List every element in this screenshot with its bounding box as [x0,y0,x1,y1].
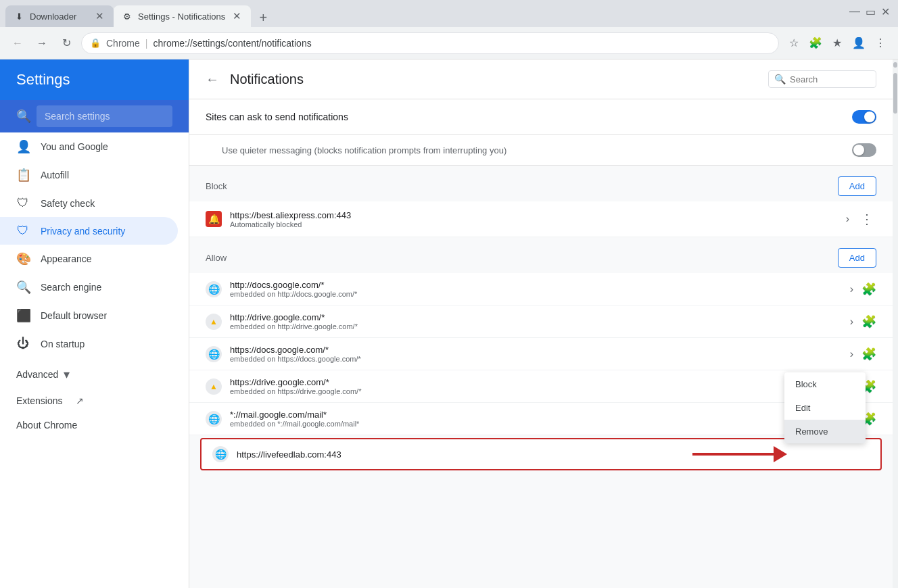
tab-favicon-settings: ⚙ [122,11,133,22]
scrollbar-track[interactable] [893,59,898,588]
startup-icon: ⏻ [16,337,30,351]
notifications-title: Notifications [230,72,757,87]
allow-chevron-1: › [850,316,853,328]
sidebar: Settings 🔍 👤 You and Google 📋 Autofill 🛡… [0,59,189,588]
allow-site-item-2[interactable]: 🌐 https://docs.google.com/* embedded on … [189,338,893,370]
allow-favicon-3: ▲ [206,378,222,395]
allow-url-4: *://mail.google.com/mail* [230,410,842,420]
allow-info-1: http://drive.google.com/* embedded on ht… [230,312,842,330]
allow-add-button[interactable]: Add [838,248,876,268]
notifications-header: ← Notifications 🔍 [189,59,893,99]
sidebar-item-default-browser[interactable]: ⬛ Default browser [0,301,178,330]
allow-favicon-5: 🌐 [212,446,229,462]
tab-downloader[interactable]: ⬇ Downloader ✕ [5,5,114,27]
allow-favicon-1: ▲ [206,314,222,330]
advanced-label: Advanced [16,369,58,380]
back-button[interactable]: ← [8,34,27,53]
allow-site-item-1[interactable]: ▲ http://drive.google.com/* embedded on … [189,305,893,338]
allow-section-header: Allow Add [189,237,893,273]
forward-button[interactable]: → [32,34,51,53]
sidebar-item-privacy[interactable]: 🛡 Privacy and security [0,217,178,245]
allow-site-item-5-container: 🌐 https://livefeedlab.com:443 Block Edit… [200,438,882,470]
block-add-button[interactable]: Add [838,176,876,196]
tab-settings[interactable]: ⚙ Settings - Notifications ✕ [114,5,251,27]
minimize-button[interactable]: — [849,5,860,18]
you-google-icon: 👤 [16,139,30,154]
autofill-icon: 📋 [16,168,30,182]
extension-icon[interactable]: 🧩 [806,34,825,53]
appearance-icon: 🎨 [16,251,30,266]
sidebar-item-search[interactable]: 🔍 Search engine [0,273,178,301]
sidebar-item-label-safety: Safety check [41,198,95,209]
sidebar-advanced-section[interactable]: Advanced ▾ [0,360,189,389]
sidebar-item-startup[interactable]: ⏻ On startup [0,330,178,358]
sidebar-title: Settings [0,59,189,100]
notifications-search-input[interactable] [790,74,864,84]
search-icon: 🔍 [774,74,786,84]
sidebar-item-label-search: Search engine [41,282,101,293]
more-icon[interactable]: ⋮ [871,34,890,53]
safety-icon: 🛡 [16,196,30,210]
quieter-toggle[interactable] [852,143,876,157]
advanced-chevron-icon: ▾ [64,367,70,382]
sidebar-item-you-google[interactable]: 👤 You and Google [0,132,178,161]
context-menu-block[interactable]: Block [784,372,866,396]
allow-sub-4: embedded on *://mail.google.com/mail* [230,420,842,428]
quieter-toggle-knob [853,145,864,155]
block-site-sub: Automatically blocked [230,220,838,228]
allow-url-2: https://docs.google.com/* [230,345,842,355]
extensions-external-icon: ↗ [76,395,84,406]
allow-chevron-0: › [850,283,853,295]
about-label: About Chrome [16,420,77,431]
search-settings-input[interactable] [37,105,172,127]
puzzle-icon[interactable]: ★ [828,34,847,53]
allow-url-3: https://drive.google.com/* [230,377,842,387]
maximize-button[interactable]: ▭ [866,5,876,18]
url-chrome-label: Chrome [106,38,140,49]
tab-close-settings[interactable]: ✕ [231,10,243,22]
allow-info-3: https://drive.google.com/* embedded on h… [230,377,842,395]
lock-icon: 🔒 [90,38,101,48]
red-arrow-container [692,446,787,462]
close-button[interactable]: ✕ [881,5,890,18]
sidebar-item-label-you-google: You and Google [41,141,108,152]
allow-info-2: https://docs.google.com/* embedded on ht… [230,345,842,363]
sidebar-item-about[interactable]: About Chrome [0,413,178,437]
quieter-label: Use quieter messaging (blocks notificati… [222,145,852,155]
browser-titlebar: ⬇ Downloader ✕ ⚙ Settings - Notification… [0,0,898,27]
block-more-button[interactable]: ⋮ [857,208,876,230]
sidebar-item-safety[interactable]: 🛡 Safety check [0,189,178,217]
tab-title-downloader: Downloader [30,11,88,22]
sites-ask-toggle[interactable] [852,110,876,124]
block-title: Block [206,181,838,191]
account-icon[interactable]: 👤 [849,34,868,53]
allow-site-item-0[interactable]: 🌐 http://docs.google.com/* embedded on h… [189,273,893,305]
reload-button[interactable]: ↻ [57,34,76,53]
allow-puzzle-0: 🧩 [861,282,876,297]
scrollbar-thumb[interactable] [893,73,897,114]
url-text: chrome://settings/content/notifications [153,38,311,49]
sidebar-item-autofill[interactable]: 📋 Autofill [0,161,178,189]
toolbar-icons: ☆ 🧩 ★ 👤 ⋮ [784,34,890,53]
tab-close-downloader[interactable]: ✕ [93,10,105,22]
notifications-back-button[interactable]: ← [206,72,219,87]
search-settings-bar: 🔍 [0,100,189,132]
allow-puzzle-1: 🧩 [861,314,876,329]
red-arrow-head [774,446,787,462]
sidebar-item-extensions[interactable]: Extensions ↗ [0,389,178,413]
extensions-label: Extensions [16,395,62,406]
allow-url-0: http://docs.google.com/* [230,280,842,290]
allow-favicon-0: 🌐 [206,281,222,297]
sidebar-item-appearance[interactable]: 🎨 Appearance [0,245,178,273]
toggle-on-label: Sites can ask to send notifications [206,112,852,122]
sidebar-item-label-default-browser: Default browser [41,310,107,321]
new-tab-button[interactable]: + [254,8,273,27]
context-menu-edit[interactable]: Edit [784,396,866,420]
allow-sub-1: embedded on http://drive.google.com/* [230,322,842,330]
search-engine-icon: 🔍 [16,280,30,295]
url-bar[interactable]: 🔒 Chrome | chrome://settings/content/not… [81,32,779,54]
block-site-item[interactable]: 🔔 https://best.aliexpress.com:443 Automa… [189,201,893,237]
sidebar-item-label-appearance: Appearance [41,253,92,264]
bookmark-icon[interactable]: ☆ [784,34,803,53]
context-menu-remove[interactable]: Remove [784,420,866,443]
